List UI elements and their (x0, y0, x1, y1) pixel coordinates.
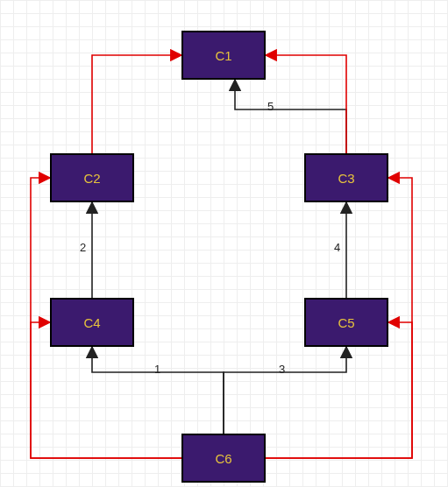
edge-c3-c1 (235, 80, 346, 153)
node-label: C5 (338, 315, 354, 330)
node-c2[interactable]: C2 (50, 153, 134, 202)
diagram-canvas: C1 C2 C3 C4 C5 C6 1 2 3 4 5 (0, 0, 448, 487)
node-c1[interactable]: C1 (181, 31, 266, 80)
node-c3[interactable]: C3 (304, 153, 388, 202)
node-label: C3 (338, 171, 354, 186)
node-label: C6 (215, 451, 231, 466)
edge-c2-c1-red (92, 55, 181, 153)
node-c6[interactable]: C6 (181, 434, 266, 483)
node-label: C2 (83, 171, 100, 186)
edge-label-4: 4 (334, 241, 340, 254)
edge-c6-c5 (224, 347, 346, 434)
edge-c3-c1-red (266, 55, 346, 153)
node-label: C1 (215, 48, 231, 63)
edge-label-2: 2 (80, 241, 86, 254)
edge-label-1: 1 (154, 363, 160, 376)
node-c4[interactable]: C4 (50, 298, 134, 347)
edge-label-3: 3 (279, 363, 285, 376)
node-label: C4 (83, 315, 100, 330)
edge-c6-c4 (92, 347, 224, 434)
edge-label-5: 5 (267, 100, 274, 113)
node-c5[interactable]: C5 (304, 298, 388, 347)
